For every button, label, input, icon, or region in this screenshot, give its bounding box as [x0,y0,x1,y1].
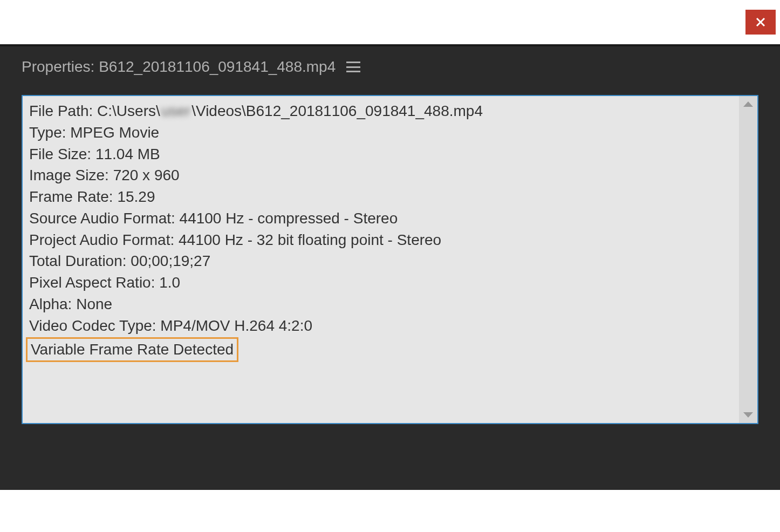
scroll-down-icon[interactable] [743,412,753,418]
type-line: Type: MPEG Movie [29,122,733,144]
panel-title: Properties: B612_20181106_091841_488.mp4 [22,58,336,76]
duration-line: Total Duration: 00;00;19;27 [29,250,733,272]
codec-line: Video Codec Type: MP4/MOV H.264 4:2:0 [29,315,733,337]
file-path-prefix: File Path: C:\Users\ [29,103,160,119]
close-icon [755,17,766,28]
menu-icon[interactable] [346,62,360,72]
close-button[interactable] [745,10,776,35]
window-top-bar [0,0,780,44]
title-prefix: Properties: [22,58,99,75]
lower-whitespace [0,490,780,532]
file-path-suffix: \Videos\B612_20181106_091841_488.mp4 [191,103,483,119]
vfr-highlight: Variable Frame Rate Detected [26,337,238,362]
scrollbar[interactable] [739,96,757,423]
project-audio-line: Project Audio Format: 44100 Hz - 32 bit … [29,229,733,251]
file-path-line: File Path: C:\Users\user\Videos\B612_201… [29,100,733,122]
file-size-line: File Size: 11.04 MB [29,144,733,165]
vfr-line: Variable Frame Rate Detected [29,336,733,362]
file-path-user: user [161,100,190,122]
properties-panel: Properties: B612_20181106_091841_488.mp4… [0,46,780,532]
source-audio-line: Source Audio Format: 44100 Hz - compress… [29,208,733,229]
frame-rate-line: Frame Rate: 15.29 [29,186,733,208]
panel-header: Properties: B612_20181106_091841_488.mp4 [0,46,780,95]
alpha-line: Alpha: None [29,294,733,315]
properties-content: File Path: C:\Users\user\Videos\B612_201… [22,95,758,424]
scroll-up-icon[interactable] [743,101,753,107]
title-filename: B612_20181106_091841_488.mp4 [99,58,336,75]
image-size-line: Image Size: 720 x 960 [29,165,733,186]
pixel-aspect-line: Pixel Aspect Ratio: 1.0 [29,272,733,294]
properties-text: File Path: C:\Users\user\Videos\B612_201… [23,96,739,423]
